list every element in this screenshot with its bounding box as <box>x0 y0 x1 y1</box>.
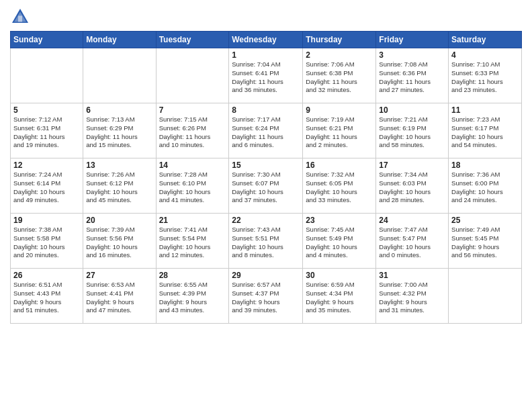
calendar-cell <box>11 48 83 103</box>
day-info: Sunrise: 6:51 AMSunset: 4:43 PMDaylight:… <box>13 281 80 315</box>
calendar-cell: 30Sunrise: 6:59 AMSunset: 4:34 PMDayligh… <box>303 269 376 324</box>
day-info: Sunrise: 7:15 AMSunset: 6:26 PMDaylight:… <box>159 116 226 150</box>
day-info: Sunrise: 7:08 AMSunset: 6:36 PMDaylight:… <box>379 60 445 95</box>
day-number: 11 <box>451 105 519 115</box>
calendar-cell: 24Sunrise: 7:47 AMSunset: 5:47 PMDayligh… <box>376 214 449 269</box>
day-number: 23 <box>306 216 373 225</box>
calendar-cell: 23Sunrise: 7:45 AMSunset: 5:49 PMDayligh… <box>303 214 376 269</box>
calendar: SundayMondayTuesdayWednesdayThursdayFrid… <box>10 31 522 324</box>
calendar-cell: 12Sunrise: 7:24 AMSunset: 6:14 PMDayligh… <box>11 158 83 214</box>
calendar-cell: 15Sunrise: 7:30 AMSunset: 6:07 PMDayligh… <box>229 158 303 214</box>
calendar-cell: 6Sunrise: 7:13 AMSunset: 6:29 PMDaylight… <box>83 103 156 158</box>
calendar-cell: 29Sunrise: 6:57 AMSunset: 4:37 PMDayligh… <box>229 269 303 324</box>
day-info: Sunrise: 6:55 AMSunset: 4:39 PMDaylight:… <box>159 281 226 315</box>
day-info: Sunrise: 7:19 AMSunset: 6:21 PMDaylight:… <box>306 116 373 150</box>
page-container: SundayMondayTuesdayWednesdayThursdayFrid… <box>0 0 532 330</box>
day-number: 29 <box>232 271 300 280</box>
calendar-cell: 5Sunrise: 7:12 AMSunset: 6:31 PMDaylight… <box>11 103 83 158</box>
day-info: Sunrise: 7:10 AMSunset: 6:33 PMDaylight:… <box>451 60 519 95</box>
calendar-cell <box>449 269 522 324</box>
calendar-cell: 11Sunrise: 7:23 AMSunset: 6:17 PMDayligh… <box>449 103 522 158</box>
day-info: Sunrise: 7:38 AMSunset: 5:58 PMDaylight:… <box>13 226 80 260</box>
day-number: 22 <box>232 216 300 225</box>
day-number: 27 <box>86 271 152 280</box>
day-number: 18 <box>451 161 519 170</box>
day-number: 10 <box>379 105 445 115</box>
day-number: 24 <box>379 216 445 225</box>
day-number: 14 <box>159 161 226 170</box>
calendar-cell: 2Sunrise: 7:06 AMSunset: 6:38 PMDaylight… <box>303 48 376 103</box>
calendar-cell: 1Sunrise: 7:04 AMSunset: 6:41 PMDaylight… <box>229 48 303 103</box>
day-info: Sunrise: 7:24 AMSunset: 6:14 PMDaylight:… <box>13 171 80 205</box>
day-info: Sunrise: 7:04 AMSunset: 6:41 PMDaylight:… <box>232 60 300 95</box>
calendar-cell: 16Sunrise: 7:32 AMSunset: 6:05 PMDayligh… <box>303 158 376 214</box>
weekday-header-wednesday: Wednesday <box>229 32 303 48</box>
calendar-cell: 25Sunrise: 7:49 AMSunset: 5:45 PMDayligh… <box>449 214 522 269</box>
weekday-header-sunday: Sunday <box>11 32 83 48</box>
day-number: 13 <box>86 161 152 170</box>
day-number: 4 <box>451 50 519 60</box>
header <box>10 7 522 27</box>
day-number: 5 <box>13 105 80 115</box>
calendar-cell: 27Sunrise: 6:53 AMSunset: 4:41 PMDayligh… <box>83 269 156 324</box>
day-number: 8 <box>232 105 300 115</box>
day-info: Sunrise: 7:21 AMSunset: 6:19 PMDaylight:… <box>379 116 445 150</box>
weekday-header-monday: Monday <box>83 32 156 48</box>
weekday-header-thursday: Thursday <box>303 32 376 48</box>
day-info: Sunrise: 7:00 AMSunset: 4:32 PMDaylight:… <box>379 281 445 315</box>
weekday-header-tuesday: Tuesday <box>156 32 229 48</box>
calendar-cell: 3Sunrise: 7:08 AMSunset: 6:36 PMDaylight… <box>376 48 449 103</box>
day-number: 30 <box>306 271 373 280</box>
day-number: 31 <box>379 271 445 280</box>
day-info: Sunrise: 7:23 AMSunset: 6:17 PMDaylight:… <box>451 116 519 150</box>
calendar-cell: 14Sunrise: 7:28 AMSunset: 6:10 PMDayligh… <box>156 158 229 214</box>
day-number: 28 <box>159 271 226 280</box>
day-info: Sunrise: 7:47 AMSunset: 5:47 PMDaylight:… <box>379 226 445 260</box>
calendar-cell: 20Sunrise: 7:39 AMSunset: 5:56 PMDayligh… <box>83 214 156 269</box>
day-number: 20 <box>86 216 152 225</box>
calendar-cell: 8Sunrise: 7:17 AMSunset: 6:24 PMDaylight… <box>229 103 303 158</box>
day-info: Sunrise: 7:43 AMSunset: 5:51 PMDaylight:… <box>232 226 300 260</box>
day-number: 17 <box>379 161 445 170</box>
calendar-cell: 21Sunrise: 7:41 AMSunset: 5:54 PMDayligh… <box>156 214 229 269</box>
day-info: Sunrise: 7:06 AMSunset: 6:38 PMDaylight:… <box>306 60 373 95</box>
day-info: Sunrise: 7:36 AMSunset: 6:00 PMDaylight:… <box>451 171 519 205</box>
calendar-cell: 10Sunrise: 7:21 AMSunset: 6:19 PMDayligh… <box>376 103 449 158</box>
day-number: 21 <box>159 216 226 225</box>
day-number: 7 <box>159 105 226 115</box>
day-number: 2 <box>306 50 373 60</box>
day-number: 16 <box>306 161 373 170</box>
calendar-cell: 4Sunrise: 7:10 AMSunset: 6:33 PMDaylight… <box>449 48 522 103</box>
day-info: Sunrise: 7:30 AMSunset: 6:07 PMDaylight:… <box>232 171 300 205</box>
day-number: 3 <box>379 50 445 60</box>
weekday-header-saturday: Saturday <box>449 32 522 48</box>
calendar-cell: 22Sunrise: 7:43 AMSunset: 5:51 PMDayligh… <box>229 214 303 269</box>
day-number: 9 <box>306 105 373 115</box>
day-info: Sunrise: 7:26 AMSunset: 6:12 PMDaylight:… <box>86 171 152 205</box>
day-info: Sunrise: 6:59 AMSunset: 4:34 PMDaylight:… <box>306 281 373 315</box>
day-info: Sunrise: 7:34 AMSunset: 6:03 PMDaylight:… <box>379 171 445 205</box>
calendar-cell: 26Sunrise: 6:51 AMSunset: 4:43 PMDayligh… <box>11 269 83 324</box>
day-info: Sunrise: 7:12 AMSunset: 6:31 PMDaylight:… <box>13 116 80 150</box>
day-info: Sunrise: 7:13 AMSunset: 6:29 PMDaylight:… <box>86 116 152 150</box>
calendar-cell <box>156 48 229 103</box>
logo <box>10 7 33 27</box>
day-info: Sunrise: 7:32 AMSunset: 6:05 PMDaylight:… <box>306 171 373 205</box>
day-info: Sunrise: 7:17 AMSunset: 6:24 PMDaylight:… <box>232 116 300 150</box>
day-number: 15 <box>232 161 300 170</box>
calendar-cell: 13Sunrise: 7:26 AMSunset: 6:12 PMDayligh… <box>83 158 156 214</box>
day-info: Sunrise: 7:28 AMSunset: 6:10 PMDaylight:… <box>159 171 226 205</box>
logo-icon <box>10 7 30 27</box>
day-number: 25 <box>451 216 519 225</box>
calendar-cell: 31Sunrise: 7:00 AMSunset: 4:32 PMDayligh… <box>376 269 449 324</box>
calendar-cell: 7Sunrise: 7:15 AMSunset: 6:26 PMDaylight… <box>156 103 229 158</box>
weekday-header-friday: Friday <box>376 32 449 48</box>
day-number: 12 <box>13 161 80 170</box>
day-info: Sunrise: 7:39 AMSunset: 5:56 PMDaylight:… <box>86 226 152 260</box>
day-number: 19 <box>13 216 80 225</box>
svg-rect-2 <box>18 16 22 22</box>
day-info: Sunrise: 7:41 AMSunset: 5:54 PMDaylight:… <box>159 226 226 260</box>
calendar-cell <box>83 48 156 103</box>
calendar-cell: 28Sunrise: 6:55 AMSunset: 4:39 PMDayligh… <box>156 269 229 324</box>
day-number: 26 <box>13 271 80 280</box>
